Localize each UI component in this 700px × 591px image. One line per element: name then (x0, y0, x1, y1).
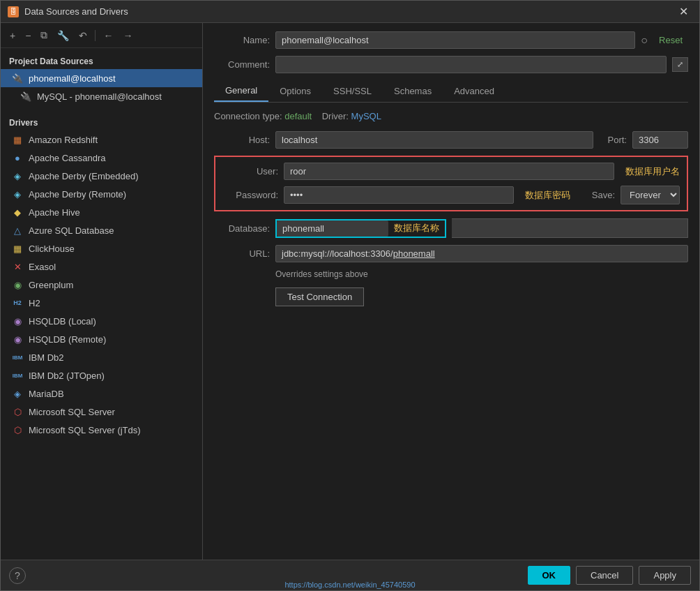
driver-icon: ◈ (12, 170, 23, 181)
connection-type-value: default (284, 111, 312, 121)
tab-ssh-ssl[interactable]: SSH/SSL (322, 80, 383, 102)
driver-label-text: Driver: (322, 111, 349, 121)
name-input[interactable] (275, 31, 635, 49)
left-toolbar: + − ⧉ 🔧 ↶ ← → (1, 23, 202, 48)
url-row: URL: jdbc:mysql://localhost:3306/phonema… (214, 245, 688, 262)
title-bar-text: Data Sources and Drivers (24, 6, 675, 17)
driver-item-ibm-db2-jtopen[interactable]: IBM IBM Db2 (JTOpen) (1, 366, 202, 384)
save-label: Save: (587, 190, 615, 200)
driver-label: HSQLDB (Local) (29, 316, 96, 327)
driver-icon: ◈ (12, 388, 23, 399)
driver-item-apache-derby-remote[interactable]: ◈ Apache Derby (Remote) (1, 185, 202, 203)
db-icon: 🔌 (20, 91, 31, 102)
copy-button[interactable]: ⧉ (37, 27, 51, 43)
project-item-phonemall[interactable]: 🔌 phonemall@localhost (1, 69, 202, 87)
host-port-row: Host: Port: (214, 131, 688, 149)
main-content: + − ⧉ 🔧 ↶ ← → Project Data Sources 🔌 pho… (1, 23, 699, 560)
project-item-mysql[interactable]: 🔌 MySQL - phonemall@localhost (1, 87, 202, 105)
database-label: Database: (214, 223, 270, 234)
reset-button[interactable]: Reset (653, 32, 688, 48)
port-input[interactable] (632, 131, 688, 149)
driver-label: ClickHouse (29, 244, 75, 254)
save-select[interactable]: Forever Session Never (621, 186, 680, 204)
dialog-window: 🗄 Data Sources and Drivers ✕ + − ⧉ 🔧 ↶ ←… (0, 0, 700, 591)
driver-label: Microsoft SQL Server (29, 407, 115, 417)
driver-icon: H2 (12, 297, 23, 308)
remove-button[interactable]: − (22, 28, 34, 43)
driver-item-mssql-jtds[interactable]: ⬡ Microsoft SQL Server (jTds) (1, 421, 202, 439)
left-list: Project Data Sources 🔌 phonemall@localho… (1, 48, 202, 560)
driver-item-amazon-redshift[interactable]: ▦ Amazon Redshift (1, 130, 202, 149)
driver-item-mariadb[interactable]: ◈ MariaDB (1, 384, 202, 403)
tab-schemas[interactable]: Schemas (383, 80, 443, 102)
tabs-row: General Options SSH/SSL Schemas Advanced (214, 80, 688, 103)
url-display: jdbc:mysql://localhost:3306/phonemall (275, 245, 688, 262)
comment-label: Comment: (214, 59, 270, 70)
driver-item-azure-sql[interactable]: △ Azure SQL Database (1, 221, 202, 239)
back-button[interactable]: ← (100, 28, 116, 43)
tab-general[interactable]: General (214, 80, 268, 102)
driver-item-mssql[interactable]: ⬡ Microsoft SQL Server (1, 403, 202, 421)
test-connection-button[interactable]: Test Connection (275, 287, 364, 306)
user-input[interactable] (284, 163, 614, 180)
database-annotation-block: 数据库名称 (275, 219, 446, 238)
host-input[interactable] (275, 131, 593, 149)
connection-type-row: Connection type: default Driver: MySQL (214, 111, 688, 121)
driver-label: Apache Derby (Embedded) (29, 171, 139, 181)
driver-item-hsqldb-local[interactable]: ◉ HSQLDB (Local) (1, 312, 202, 330)
driver-item-apache-derby-embedded[interactable]: ◈ Apache Derby (Embedded) (1, 167, 202, 185)
driver-icon: ⬡ (12, 424, 23, 435)
overrides-text: Overrides settings above (275, 269, 688, 279)
port-label: Port: (599, 135, 627, 145)
left-panel: + − ⧉ 🔧 ↶ ← → Project Data Sources 🔌 pho… (1, 23, 203, 560)
database-input-extend (452, 218, 688, 238)
project-item-label: phonemall@localhost (29, 73, 116, 84)
user-label: User: (222, 166, 278, 177)
driver-icon: ◉ (12, 279, 23, 290)
tab-options[interactable]: Options (268, 80, 322, 102)
driver-label: IBM Db2 (29, 352, 64, 363)
driver-item-ibm-db2[interactable]: IBM IBM Db2 (1, 348, 202, 366)
driver-item-clickhouse[interactable]: ▦ ClickHouse (1, 239, 202, 257)
user-annotation: 数据库用户名 (625, 165, 680, 178)
settings-button[interactable]: 🔧 (54, 28, 73, 43)
driver-item-apache-cassandra[interactable]: ● Apache Cassandra (1, 149, 202, 167)
driver-item-greenplum[interactable]: ◉ Greenplum (1, 276, 202, 294)
help-icon: ? (15, 570, 20, 581)
driver-label: Azure SQL Database (29, 225, 114, 236)
password-input[interactable] (284, 186, 514, 204)
comment-row: Comment: ⤢ (214, 56, 688, 73)
add-button[interactable]: + (6, 28, 19, 43)
driver-label: H2 (29, 298, 40, 308)
app-icon: 🗄 (8, 6, 19, 17)
help-button[interactable]: ? (9, 567, 26, 584)
cancel-button[interactable]: Cancel (576, 566, 633, 585)
toolbar-separator (95, 30, 96, 41)
driver-item-exasol[interactable]: ✕ Exasol (1, 257, 202, 276)
name-label: Name: (214, 35, 270, 45)
forward-button[interactable]: → (119, 28, 136, 43)
right-panel: Name: ○ Reset Comment: ⤢ General Options… (203, 23, 699, 560)
ok-button[interactable]: OK (528, 566, 571, 585)
footer: ? OK Cancel Apply https://blog.csdn.net/… (1, 560, 699, 590)
driver-item-apache-hive[interactable]: ◆ Apache Hive (1, 203, 202, 221)
driver-item-hsqldb-remote[interactable]: ◉ HSQLDB (Remote) (1, 330, 202, 348)
footer-buttons: OK Cancel Apply (528, 566, 692, 585)
driver-item-h2[interactable]: H2 H2 (1, 294, 202, 312)
apply-button[interactable]: Apply (639, 566, 691, 585)
tab-advanced[interactable]: Advanced (443, 80, 505, 102)
driver-label: HSQLDB (Remote) (29, 334, 106, 345)
driver-label: Exasol (29, 262, 56, 272)
connection-type-label: Connection type: (214, 111, 282, 121)
db-icon: 🔌 (12, 73, 23, 84)
driver-value: MySQL (351, 111, 381, 121)
close-button[interactable]: ✕ (675, 3, 692, 20)
import-button[interactable]: ↶ (75, 28, 91, 43)
comment-input[interactable] (275, 56, 667, 73)
database-input[interactable] (277, 220, 388, 237)
test-connection-row: Test Connection (275, 287, 688, 306)
driver-icon: ✕ (12, 261, 23, 272)
drivers-header: Drivers (1, 112, 202, 130)
expand-comment-button[interactable]: ⤢ (672, 57, 688, 72)
password-row: Password: 数据库密码 Save: Forever Session Ne… (222, 186, 680, 204)
